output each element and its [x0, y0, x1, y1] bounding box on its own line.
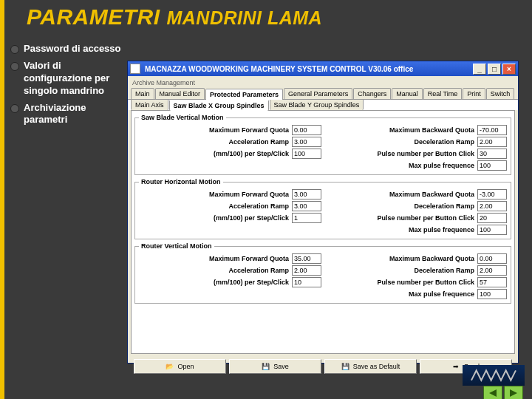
param-input[interactable]: [477, 277, 507, 287]
param-row: Max pulse frequence: [139, 289, 507, 299]
slide-nav: [483, 386, 523, 399]
param-row: Acceleration RampDeceleration Ramp: [139, 265, 507, 276]
param-label: Deceleration Ramp: [414, 138, 474, 146]
open-icon: 📂: [166, 363, 174, 371]
bullet-list: Password di accesso Valori di configuraz…: [10, 43, 126, 131]
subtab-saw-y[interactable]: Saw Blade Y Group Spindles: [270, 100, 364, 110]
param-label: Max pulse frequence: [409, 162, 474, 169]
save-default-button[interactable]: 💾Save as Default: [324, 359, 417, 374]
param-input[interactable]: [477, 125, 507, 135]
param-input[interactable]: [292, 137, 321, 147]
param-input[interactable]: [477, 289, 507, 299]
param-input[interactable]: [292, 125, 321, 135]
app-window: MACNAZZA WOODWORKING MACHINERY SYSTEM CO…: [127, 61, 519, 364]
param-cell: Maximum Forward Quota: [139, 125, 321, 135]
param-input[interactable]: [292, 213, 321, 223]
param-cell: Deceleration Ramp: [324, 201, 507, 211]
param-input[interactable]: [477, 253, 507, 264]
param-cell: Max pulse frequence: [324, 160, 507, 171]
tab-main[interactable]: Main: [131, 88, 154, 99]
param-row: (mm/100) per Step/ClickPulse number per …: [139, 213, 507, 223]
param-row: Acceleration RampDeceleration Ramp: [139, 137, 507, 147]
tabs-top: Main Manual Editor Protected Parameters …: [128, 86, 518, 99]
param-label: Maximum Forward Quota: [209, 255, 289, 262]
param-label: Maximum Backward Quota: [389, 126, 474, 134]
tab-manual[interactable]: Manual: [392, 88, 423, 99]
minimize-button[interactable]: _: [473, 64, 486, 75]
param-cell: Acceleration Ramp: [139, 265, 321, 276]
param-cell: Acceleration Ramp: [139, 201, 321, 211]
open-button[interactable]: 📂Open: [134, 359, 226, 374]
group-legend: Router Horizontal Motion: [139, 178, 223, 185]
param-row: Max pulse frequence: [139, 225, 507, 235]
window-title: MACNAZZA WOODWORKING MACHINERY SYSTEM CO…: [145, 65, 413, 73]
param-input[interactable]: [477, 160, 507, 171]
param-label: Maximum Forward Quota: [209, 126, 289, 134]
param-label: Pulse number per Button Click: [377, 279, 474, 286]
subtab-saw-x[interactable]: Saw Blade X Group Spindles: [169, 100, 269, 111]
param-label: Maximum Forward Quota: [209, 191, 289, 198]
tab-realtime[interactable]: Real Time: [423, 88, 463, 99]
save-default-icon: 💾: [341, 363, 349, 371]
param-input[interactable]: [477, 189, 507, 200]
param-cell: Maximum Forward Quota: [139, 189, 321, 200]
param-input[interactable]: [292, 265, 321, 276]
param-input[interactable]: [477, 201, 507, 211]
param-input[interactable]: [292, 149, 321, 159]
param-cell: Pulse number per Button Click: [324, 149, 507, 159]
param-label: Maximum Backward Quota: [389, 191, 474, 198]
archive-label: Archive Management: [128, 76, 518, 86]
param-cell: [139, 289, 321, 299]
brand-logo: [463, 365, 525, 386]
param-input[interactable]: [477, 225, 507, 235]
param-cell: (mm/100) per Step/Click: [139, 277, 321, 287]
param-group: Router Vertical MotionMaximum Forward Qu…: [134, 242, 511, 304]
param-label: (mm/100) per Step/Click: [214, 214, 289, 222]
param-input[interactable]: [477, 213, 507, 223]
param-label: Max pulse frequence: [409, 226, 474, 233]
tab-manual-editor[interactable]: Manual Editor: [155, 88, 205, 99]
param-cell: Maximum Backward Quota: [324, 253, 507, 264]
param-input[interactable]: [292, 277, 321, 287]
param-label: Pulse number per Button Click: [377, 150, 474, 157]
next-slide-button[interactable]: [504, 386, 523, 399]
param-row: Acceleration RampDeceleration Ramp: [139, 201, 507, 211]
maximize-button[interactable]: □: [488, 64, 501, 75]
param-group: Router Horizontal MotionMaximum Forward …: [134, 178, 511, 239]
button-bar: 📂Open 💾Save 💾Save as Default ➡Send: [131, 357, 515, 376]
close-button[interactable]: ×: [502, 64, 516, 75]
param-input[interactable]: [477, 137, 507, 147]
param-input[interactable]: [292, 201, 321, 211]
tab-general-params[interactable]: General Parameters: [284, 88, 352, 99]
app-icon: [130, 64, 140, 74]
param-row: (mm/100) per Step/ClickPulse number per …: [139, 149, 507, 159]
param-cell: Deceleration Ramp: [324, 137, 507, 147]
param-cell: (mm/100) per Step/Click: [139, 213, 321, 223]
param-cell: [139, 225, 321, 235]
tab-changers[interactable]: Changers: [353, 88, 391, 99]
save-button[interactable]: 💾Save: [229, 359, 321, 374]
param-input[interactable]: [477, 265, 507, 276]
tab-print[interactable]: Print: [463, 88, 485, 99]
param-label: Maximum Backward Quota: [389, 255, 474, 262]
tabs-sub: Main Axis Saw Blade X Group Spindles Saw…: [128, 99, 518, 110]
param-cell: Pulse number per Button Click: [324, 213, 507, 223]
param-input[interactable]: [477, 149, 507, 159]
subtab-main-axis[interactable]: Main Axis: [131, 100, 168, 110]
param-cell: Max pulse frequence: [324, 289, 507, 299]
param-input[interactable]: [292, 189, 321, 200]
prev-slide-button[interactable]: [483, 386, 502, 399]
param-input[interactable]: [292, 253, 321, 264]
save-icon: 💾: [262, 363, 270, 371]
tab-protected-params[interactable]: Protected Parameters: [205, 89, 283, 100]
param-label: Acceleration Ramp: [228, 267, 289, 274]
param-row: (mm/100) per Step/ClickPulse number per …: [139, 277, 507, 287]
param-cell: Maximum Backward Quota: [324, 189, 507, 200]
param-label: (mm/100) per Step/Click: [214, 150, 289, 157]
param-row: Maximum Forward QuotaMaximum Backward Qu…: [139, 253, 507, 264]
param-label: (mm/100) per Step/Click: [214, 279, 289, 286]
param-cell: (mm/100) per Step/Click: [139, 149, 321, 159]
param-row: Maximum Forward QuotaMaximum Backward Qu…: [139, 125, 507, 135]
tab-switch[interactable]: Switch: [486, 88, 515, 99]
param-label: Pulse number per Button Click: [377, 214, 474, 222]
